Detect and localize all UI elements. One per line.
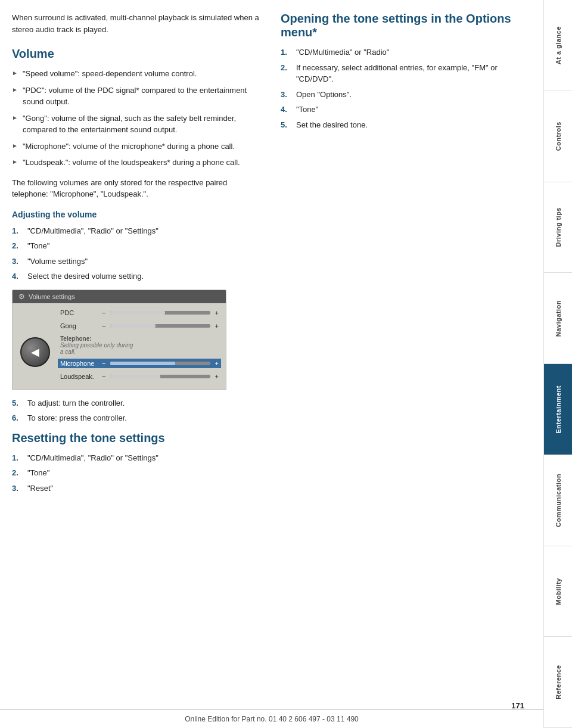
bullet-arrow-icon: ► (12, 85, 18, 94)
step-item: 4. Select the desired volume setting. (12, 270, 263, 282)
step-text: "CD/Multimedia", "Radio" or "Settings" (27, 225, 158, 237)
step-text: "Reset" (27, 483, 53, 494)
step-text: Select the desired volume setting. (27, 270, 144, 282)
page-container: When surround is activated, multi-channe… (0, 0, 572, 728)
bullet-item: ► "Loudspeak.": volume of the loudspeake… (12, 157, 263, 169)
step-item: 1. "CD/Multimedia" or "Radio" (281, 46, 531, 58)
step-item: 3. "Reset" (12, 483, 263, 494)
step-item: 2. "Tone" (12, 467, 263, 479)
step-text: Set the desired tone. (296, 119, 368, 131)
volume-image-header: ⚙ Volume settings (13, 290, 226, 303)
vol-row-microphone: Microphone − + (58, 359, 221, 368)
step-item: 6. To store: press the controller. (12, 412, 263, 424)
resetting-steps: 1. "CD/Multimedia", "Radio" or "Settings… (12, 452, 263, 494)
step-text: "Tone" (27, 467, 49, 479)
footer: Online Edition for Part no. 01 40 2 606 … (0, 710, 543, 728)
vol-row-gong: Gong − + (58, 321, 221, 331)
step-item: 5. To adjust: turn the controller. (12, 397, 263, 409)
gear-icon: ⚙ (18, 293, 25, 301)
sidebar: At a glance Controls Driving tips Naviga… (543, 0, 572, 728)
sidebar-label: Controls (555, 122, 562, 151)
right-section-title: Opening the tone settings in the Options… (281, 12, 531, 39)
controller-area: ◀ (17, 308, 53, 385)
intro-text: When surround is activated, multi-channe… (12, 12, 263, 35)
vol-row-loudspeak: Loudspeak. − + (58, 372, 221, 381)
bullet-arrow-icon: ► (12, 69, 18, 77)
sidebar-label: Mobility (555, 578, 562, 605)
sidebar-item-navigation[interactable]: Navigation (544, 273, 572, 364)
volume-title: Volume (12, 47, 263, 61)
bullet-text: "Loudspeak.": volume of the loudspeakers… (23, 157, 240, 169)
resetting-title: Resetting the tone settings (12, 431, 263, 445)
step-text: Open "Options". (296, 89, 352, 101)
step-text: To adjust: turn the controller. (27, 397, 125, 409)
sidebar-label: Navigation (555, 300, 562, 337)
step-text: "Tone" (296, 104, 318, 116)
sidebar-label: Driving tips (555, 207, 562, 247)
sidebar-label: Communication (555, 474, 562, 527)
step-text: "CD/Multimedia", "Radio" or "Settings" (27, 452, 158, 464)
step-item: 1. "CD/Multimedia", "Radio" or "Settings… (12, 225, 263, 237)
bullet-arrow-icon: ► (12, 113, 18, 122)
sidebar-item-at-a-glance[interactable]: At a glance (544, 0, 572, 91)
main-content: When surround is activated, multi-channe… (0, 0, 543, 728)
right-column: Opening the tone settings in the Options… (281, 12, 531, 692)
step-text: To store: press the controller. (27, 412, 127, 424)
sidebar-label: Entertainment (555, 385, 562, 433)
adjusting-title: Adjusting the volume (12, 210, 263, 219)
page-number: 171 (511, 701, 524, 710)
volume-image-body: ◀ PDC − + Gong (13, 303, 226, 390)
footer-text: Online Edition for Part no. 01 40 2 606 … (185, 715, 359, 723)
bullet-arrow-icon: ► (12, 157, 18, 166)
volume-settings-image: ⚙ Volume settings ◀ PDC − (12, 290, 226, 390)
bullet-arrow-icon: ► (12, 141, 18, 150)
bullet-item: ► "PDC": volume of the PDC signal* compa… (12, 85, 263, 108)
adjusting-steps-cont: 5. To adjust: turn the controller. 6. To… (12, 397, 263, 424)
bullet-item: ► "Microphone": volume of the microphone… (12, 141, 263, 153)
bullet-text: "PDC": volume of the PDC signal* compare… (23, 85, 263, 108)
sidebar-label: At a glance (555, 26, 562, 64)
step-item: 2. If necessary, select additional entri… (281, 62, 531, 85)
bullet-text: "Microphone": volume of the microphone* … (23, 141, 235, 153)
sidebar-label: Reference (555, 665, 562, 699)
sidebar-item-communication[interactable]: Communication (544, 455, 572, 546)
step-item: 4. "Tone" (281, 104, 531, 116)
controller-arrow-icon: ◀ (31, 346, 39, 359)
following-text: The following volumes are only stored fo… (12, 177, 263, 200)
sidebar-item-mobility[interactable]: Mobility (544, 546, 572, 637)
vol-setting-note: Setting possible only duringa call. (58, 342, 221, 359)
volume-image-title: Volume settings (29, 293, 75, 300)
step-item: 1. "CD/Multimedia", "Radio" or "Settings… (12, 452, 263, 464)
left-column: When surround is activated, multi-channe… (12, 12, 263, 692)
step-text: "Volume settings" (27, 256, 88, 267)
sidebar-item-controls[interactable]: Controls (544, 91, 572, 182)
step-text: "CD/Multimedia" or "Radio" (296, 46, 389, 58)
step-item: 2. "Tone" (12, 240, 263, 252)
bullet-text: "Speed volume": speed-dependent volume c… (23, 68, 197, 80)
sidebar-item-reference[interactable]: Reference (544, 637, 572, 728)
sidebar-item-entertainment[interactable]: Entertainment (544, 364, 572, 455)
bullet-item: ► "Speed volume": speed-dependent volume… (12, 68, 263, 80)
adjusting-steps: 1. "CD/Multimedia", "Radio" or "Settings… (12, 225, 263, 282)
step-item: 3. Open "Options". (281, 89, 531, 101)
bullet-item: ► "Gong": volume of the signal, such as … (12, 113, 263, 136)
step-item: 5. Set the desired tone. (281, 119, 531, 131)
step-text: "Tone" (27, 240, 49, 252)
step-item: 3. "Volume settings" (12, 256, 263, 267)
vol-telephone-label: Telephone: (58, 334, 221, 342)
volume-sliders: PDC − + Gong − + Teleph (58, 308, 221, 385)
sidebar-item-driving-tips[interactable]: Driving tips (544, 182, 572, 273)
right-steps: 1. "CD/Multimedia" or "Radio" 2. If nece… (281, 46, 531, 130)
bullet-text: "Gong": volume of the signal, such as th… (23, 113, 263, 136)
controller-knob: ◀ (20, 337, 50, 367)
volume-bullets: ► "Speed volume": speed-dependent volume… (12, 68, 263, 169)
vol-row-pdc: PDC − + (58, 308, 221, 318)
step-text: If necessary, select additional entries,… (296, 62, 531, 85)
